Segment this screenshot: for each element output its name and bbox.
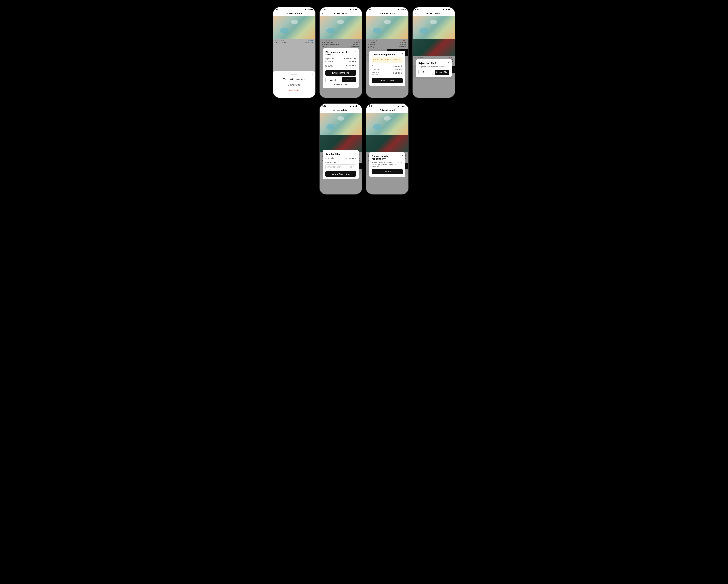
- battery-icon-3: ▪: [405, 9, 406, 10]
- battery-icon: ▪: [312, 9, 313, 10]
- phone-3: 9:41 ▲▲▲ WiFi ▪ ← Artwork detail ✕ Confi…: [366, 7, 409, 98]
- page-title-1: Artworkk detail: [286, 12, 303, 15]
- page-title-5: Artwork detail: [333, 109, 348, 111]
- status-icons-4: ▲▲▲ WiFi ▪: [443, 9, 452, 10]
- review-btn-row: Cancel Continue: [326, 77, 356, 82]
- battery-icon-5: ▪: [359, 105, 359, 107]
- battery-icon-6: ▪: [405, 105, 406, 107]
- counter-offer-input[interactable]: My Counter Offer KRW: [326, 164, 356, 170]
- status-bar-2: 9:41 ▲▲▲ WiFi ▪: [319, 7, 362, 11]
- counter-offer-input-section: Counter Offer My Counter Offer KRW: [326, 161, 356, 170]
- page-title-2: Artwork detail: [333, 12, 348, 15]
- counter-offer-btn-4[interactable]: Counter Offer: [435, 70, 449, 75]
- confirm-modal-title: Confirm accepted offer: [372, 53, 402, 56]
- sheet-decline[interactable]: No, I decline: [276, 87, 313, 93]
- screen-content-6: ✕ Cancel the sale registration? You can …: [366, 135, 409, 194]
- sheet-overlay-1: ✕ Yes, I will receive it Counter Offer N…: [273, 39, 315, 98]
- reject-btn[interactable]: Reject: [418, 70, 433, 75]
- screen-content-4: ✕ Reject the offer? A rejected offer can…: [413, 39, 455, 98]
- time-3: 9:41: [369, 8, 372, 10]
- wifi-icon-6: WiFi: [401, 105, 405, 107]
- wifi-icon: WiFi: [308, 9, 312, 10]
- status-icons-6: ▲▲▲ WiFi ▪: [396, 105, 406, 107]
- review-modal-close[interactable]: ✕: [355, 50, 357, 52]
- screen-content-1: #DA15522638 Funding Target selling price…: [273, 39, 315, 98]
- counter-buyer-value: 99,000,000 원: [346, 157, 356, 159]
- artwork-image-5: [319, 113, 362, 135]
- back-button-5[interactable]: ←: [322, 108, 324, 111]
- review-commission-row: Commission 9,000,000 원: [326, 60, 356, 64]
- counter-offer-modal-box: ✕ Counter Offer Buyer's Offer 99,000,000…: [323, 150, 359, 179]
- time-2: 9:41: [322, 8, 326, 10]
- artwork-image-4: [413, 16, 455, 39]
- send-counter-offer-btn[interactable]: Send a Counter Offer: [326, 171, 356, 177]
- counter-buyer-label: Buyer's Offer: [326, 157, 334, 159]
- app-header-6: ← Artwork detail: [366, 108, 409, 113]
- review-modal-overlay: ✕ Please review the offer again Buyer's …: [319, 39, 362, 98]
- sheet-handle-1: [291, 74, 297, 75]
- time-5: 9:41: [322, 105, 326, 107]
- time-6: 9:41: [369, 105, 372, 107]
- accept-offer-btn-3[interactable]: Accept the offer: [372, 78, 402, 83]
- status-bar-6: 9:41 ▲▲▲ WiFi ▪: [366, 104, 409, 108]
- app-header-1: ← Artworkk detail: [273, 11, 315, 16]
- back-button-2[interactable]: ←: [322, 12, 324, 15]
- confirm-amount-row: Amount tobe received 89,100,000 원: [372, 72, 402, 76]
- review-amount-row: Amount tobe received 89,100,000 원: [326, 64, 356, 68]
- review-amount-label: Amount tobe received: [326, 64, 334, 68]
- cancel-sale-modal-close[interactable]: ✕: [401, 154, 403, 157]
- screen-content-3: ✕ Confirm accepted offer Warning: This i…: [366, 39, 409, 98]
- battery-icon-2: ▪: [359, 9, 359, 10]
- confirm-commission-row: Commission 9,000,000 원: [372, 68, 402, 72]
- cancel-btn-2[interactable]: Cancel: [326, 77, 340, 82]
- reject-modal-close[interactable]: ✕: [448, 61, 450, 64]
- contact-admin-btn-2[interactable]: Contact to admin: [326, 84, 356, 86]
- sheet-counter-offer[interactable]: Counter Offer: [276, 82, 313, 87]
- confirm-buyer-row: Buyer's Offer 99,000,000 원: [372, 65, 402, 68]
- time-4: 9:41: [415, 8, 419, 10]
- sheet-close-1[interactable]: ✕: [311, 73, 313, 76]
- confirm-modal-overlay: ✕ Confirm accepted offer Warning: This i…: [366, 39, 409, 98]
- counter-offer-modal-close[interactable]: ✕: [355, 152, 357, 154]
- time-1: 9:41: [276, 8, 279, 10]
- reject-btn-row: Reject Counter Offer: [418, 70, 449, 75]
- back-button-3[interactable]: ←: [368, 12, 371, 15]
- wifi-icon-3: WiFi: [401, 9, 405, 10]
- accept-offer-btn-2[interactable]: I will accept the offer: [326, 70, 356, 76]
- artwork-image-3: [366, 16, 409, 39]
- back-button-6[interactable]: ←: [368, 108, 371, 111]
- cancel-sale-title: Cancel the sale registration?: [372, 155, 402, 160]
- continue-btn-2[interactable]: Continue: [342, 77, 356, 82]
- phone-6: 9:41 ▲▲▲ WiFi ▪ ← Artwork detail ✕ Cance…: [366, 103, 409, 195]
- reject-subtitle: A rejected offer cannot be undone: [418, 66, 449, 68]
- confirm-commission-label: Commission: [372, 69, 381, 71]
- phone-4: 9:41 ▲▲▲ WiFi ▪ ← Artwork detail ✕ Rejec…: [412, 7, 455, 98]
- artwork-image-1: [273, 16, 315, 39]
- counter-buyer-row: Buyer's Offer 99,000,000 원: [326, 157, 356, 160]
- warning-banner: Warning: This is not the highest offer f…: [372, 57, 402, 63]
- back-button-1[interactable]: ←: [275, 12, 278, 15]
- status-icons-2: ▲▲▲ WiFi ▪: [350, 9, 359, 10]
- review-commission-label: Commission: [326, 61, 334, 63]
- confirm-cancel-btn[interactable]: Confirm: [372, 169, 402, 174]
- screen-content-2: ✕ Please review the offer again Buyer's …: [319, 39, 362, 98]
- cancel-sale-subtitle: You can continue updating and re-listing…: [372, 161, 402, 167]
- reject-modal-overlay: ✕ Reject the offer? A rejected offer can…: [413, 39, 455, 98]
- back-button-4[interactable]: ←: [415, 12, 417, 15]
- cancel-sale-modal-overlay: ✕ Cancel the sale registration? You can …: [366, 135, 409, 194]
- artwork-blob-3: [373, 28, 382, 33]
- artwork-image-2: [319, 16, 362, 39]
- status-bar-1: 9:41 ▲▲▲ WiFi ▪: [273, 7, 315, 11]
- phone-row-1: 9:41 ▲▲▲ WiFi ▪ ← Artworkk detail #DA155…: [273, 7, 455, 98]
- phone-5: 9:41 ▲▲▲ WiFi ▪ ← Artwork detail ✕ Count…: [319, 103, 362, 195]
- page-title-6: Artwork detail: [380, 109, 395, 111]
- status-bar-4: 9:41 ▲▲▲ WiFi ▪: [413, 7, 455, 11]
- app-header-5: ← Artwork detail: [319, 108, 362, 113]
- confirm-buyer-label: Buyer's Offer: [372, 65, 381, 67]
- status-icons-5: ▲▲▲ WiFi ▪: [350, 105, 359, 107]
- confirm-modal-close[interactable]: ✕: [401, 52, 403, 55]
- artwork-blob-2: [327, 28, 335, 33]
- confirm-amount-value: 89,100,000 원: [393, 72, 402, 75]
- wifi-icon-4: WiFi: [448, 9, 451, 10]
- counter-offer-title: Counter Offer: [326, 153, 356, 155]
